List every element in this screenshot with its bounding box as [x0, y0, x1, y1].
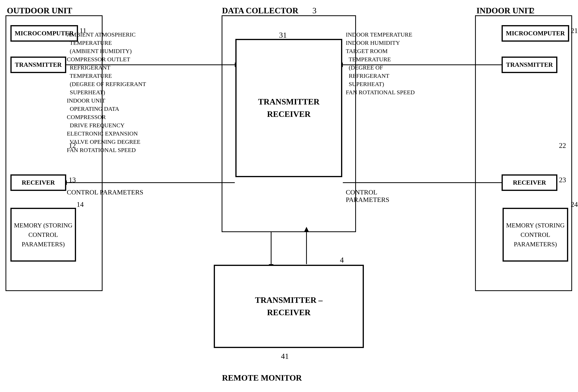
remote-monitor-label: REMOTE MONITOR	[222, 373, 302, 383]
remote-monitor-transmitter-receiver: TRANSMITTER –RECEIVER	[214, 265, 363, 348]
outdoor-receiver: RECEIVER	[11, 175, 66, 190]
outdoor-receiver-num: 13	[69, 176, 76, 184]
indoor-transmitter-num: 22	[559, 141, 566, 150]
indoor-unit-number: 2	[530, 6, 534, 15]
indoor-receiver: RECEIVER	[502, 175, 557, 190]
collector-to-outdoor-label: CONTROL PARAMETERS	[67, 188, 144, 196]
svg-marker-24	[304, 227, 309, 232]
indoor-to-collector-data: INDOOR TEMPERATURE INDOOR HUMIDITY TARGE…	[346, 30, 415, 96]
dc-transmitter-receiver: TRANSMITTER RECEIVER	[236, 39, 342, 177]
indoor-microcomputer: MICROCOMPUTER	[502, 26, 569, 41]
outdoor-transmitter: TRANSMITTER	[11, 57, 66, 73]
remote-monitor-tr-num: 41	[281, 351, 289, 361]
outdoor-unit-number: 1	[57, 6, 61, 15]
dc-tr-num: 31	[279, 30, 287, 40]
indoor-receiver-num: 23	[559, 176, 566, 184]
outdoor-memory-num: 14	[77, 200, 84, 209]
data-collector-number: 3	[312, 6, 317, 15]
remote-monitor-number: 4	[340, 255, 344, 264]
outdoor-to-collector-data: AMBIENT ATMOSPHERIC TEMPERATURE (AMBIENT…	[67, 30, 146, 154]
indoor-transmitter: TRANSMITTER	[502, 57, 557, 73]
collector-to-indoor-label: CONTROL PARAMETERS	[346, 188, 389, 204]
diagram: OUTDOOR UNIT 1 INDOOR UNIT 2 DATA COLLEC…	[0, 0, 578, 392]
outdoor-memory: MEMORY (STORING CONTROL PARAMETERS)	[11, 208, 76, 261]
outdoor-unit-label: OUTDOOR UNIT	[7, 6, 72, 15]
data-collector-label: DATA COLLECTOR	[222, 6, 298, 15]
indoor-microcomputer-num: 21	[571, 27, 578, 35]
indoor-memory-num: 24	[571, 200, 578, 209]
indoor-memory: MEMORY (STORING CONTROL PARAMETERS)	[503, 208, 568, 261]
indoor-unit-label: INDOOR UNIT	[477, 6, 533, 15]
